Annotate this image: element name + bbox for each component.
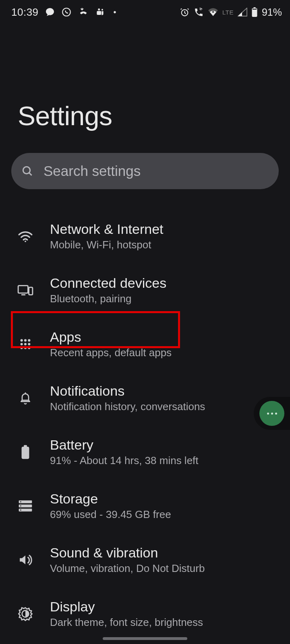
wifi-icon: [16, 230, 35, 242]
item-title: Sound & vibration: [50, 545, 205, 561]
settings-item-notifications[interactable]: Notifications Notification history, conv…: [0, 371, 290, 425]
svg-rect-11: [29, 287, 33, 295]
svg-point-16: [24, 343, 27, 345]
apps-icon: [16, 338, 35, 351]
devices-icon: [16, 284, 35, 296]
svg-point-17: [28, 343, 30, 345]
settings-item-network[interactable]: Network & Internet Mobile, Wi-Fi, hotspo…: [0, 209, 290, 263]
status-right: LTE 91%: [180, 6, 282, 18]
dot-icon: •: [112, 8, 116, 17]
search-icon: [21, 165, 34, 178]
item-title: Apps: [50, 329, 172, 345]
svg-point-20: [28, 347, 30, 349]
sound-icon: [16, 553, 35, 567]
status-clock: 10:39: [11, 6, 39, 19]
more-icon: [259, 401, 284, 426]
svg-point-18: [21, 347, 23, 349]
battery-icon: [16, 444, 35, 460]
svg-point-26: [20, 501, 21, 502]
svg-point-9: [25, 241, 26, 242]
svg-point-1: [98, 8, 100, 10]
svg-rect-7: [253, 9, 257, 10]
item-subtitle: Notification history, conversations: [50, 400, 205, 413]
battery-status-icon: [251, 7, 258, 17]
item-title: Notifications: [50, 383, 205, 399]
svg-point-12: [21, 339, 23, 342]
svg-rect-6: [253, 7, 255, 8]
item-title: Connected devices: [50, 275, 166, 291]
svg-point-13: [24, 339, 27, 342]
svg-point-0: [62, 8, 70, 16]
svg-rect-3: [97, 11, 101, 15]
home-indicator[interactable]: [103, 637, 187, 640]
display-icon: [16, 607, 35, 621]
wifi-calling-icon: [194, 7, 204, 17]
svg-point-19: [24, 347, 27, 349]
item-title: Network & Internet: [50, 221, 164, 237]
settings-item-apps[interactable]: Apps Recent apps, default apps: [0, 317, 290, 371]
status-left: 10:39 •: [11, 6, 116, 19]
bell-icon: [16, 391, 35, 405]
search-placeholder: Search settings: [44, 163, 141, 179]
missed-call-icon: [78, 7, 89, 17]
chat-icon: [45, 7, 55, 17]
svg-point-27: [20, 506, 21, 507]
item-title: Display: [50, 599, 203, 615]
battery-percent: 91%: [262, 6, 282, 18]
storage-icon: [16, 500, 35, 512]
settings-item-sound[interactable]: Sound & vibration Volume, vibration, Do …: [0, 533, 290, 587]
svg-rect-10: [18, 286, 28, 293]
overflow-side-button[interactable]: [254, 397, 290, 430]
settings-item-battery[interactable]: Battery 91% - About 14 hrs, 38 mins left: [0, 425, 290, 479]
status-bar: 10:39 • LTE 91%: [0, 0, 290, 24]
whatsapp-icon: [61, 7, 72, 17]
item-subtitle: Mobile, Wi-Fi, hotspot: [50, 239, 164, 251]
settings-item-storage[interactable]: Storage 69% used - 39.45 GB free: [0, 479, 290, 533]
item-subtitle: Volume, vibration, Do Not Disturb: [50, 562, 205, 575]
item-subtitle: Recent apps, default apps: [50, 347, 172, 359]
svg-rect-21: [22, 447, 29, 459]
settings-list: Network & Internet Mobile, Wi-Fi, hotspo…: [0, 189, 290, 641]
svg-point-2: [102, 9, 103, 10]
item-subtitle: Dark theme, font size, brightness: [50, 616, 203, 629]
item-subtitle: 91% - About 14 hrs, 38 mins left: [50, 454, 199, 467]
svg-point-14: [28, 339, 30, 342]
svg-point-28: [20, 510, 21, 511]
item-subtitle: Bluetooth, pairing: [50, 293, 166, 305]
lte-label: LTE: [222, 9, 234, 16]
teams-icon: [95, 7, 106, 17]
item-title: Storage: [50, 491, 171, 507]
page-title: Settings: [0, 24, 290, 131]
svg-point-15: [21, 343, 23, 345]
wifi-status-icon: [208, 8, 218, 17]
settings-item-connected-devices[interactable]: Connected devices Bluetooth, pairing: [0, 263, 290, 317]
item-title: Battery: [50, 437, 199, 453]
alarm-icon: [180, 7, 190, 17]
item-subtitle: 69% used - 39.45 GB free: [50, 508, 171, 521]
svg-rect-22: [24, 445, 27, 447]
search-input[interactable]: Search settings: [11, 153, 279, 189]
settings-item-display[interactable]: Display Dark theme, font size, brightnes…: [0, 587, 290, 641]
svg-point-8: [23, 167, 30, 173]
signal-icon: [238, 8, 247, 17]
